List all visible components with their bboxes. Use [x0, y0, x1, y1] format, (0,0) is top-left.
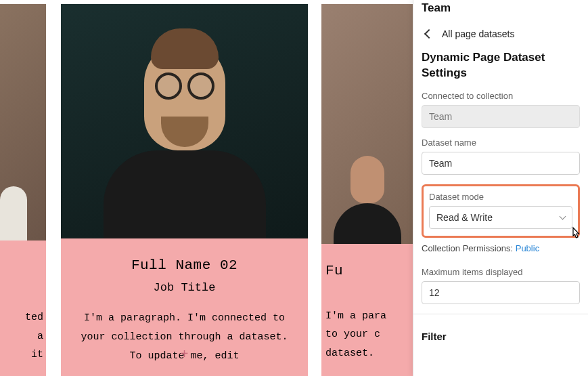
settings-panel: Team All page datasets Dynamic Page Data… [413, 0, 588, 376]
team-card-partial-left: ted a it [0, 4, 46, 376]
paragraph-fragment: I'm a para to your c dataset. [321, 307, 399, 363]
collection-permissions[interactable]: Collection Permissions: Public [422, 243, 580, 253]
permissions-value: Public [516, 243, 539, 253]
team-card-partial-right: Fu I'm a para to your c dataset. [321, 4, 413, 376]
add-handle-icon[interactable]: + [180, 347, 188, 362]
permissions-label: Collection Permissions: [422, 243, 516, 253]
field-label: Dataset name [422, 138, 580, 148]
dataset-name-input[interactable] [422, 152, 580, 175]
connected-collection-field: Connected to collection Team [422, 91, 580, 128]
connected-collection-value: Team [422, 105, 580, 128]
dataset-mode-value: Read & Write [436, 212, 493, 223]
team-card-info: Full Name 02 Job Title I'm a paragraph. … [61, 238, 308, 376]
field-label: Connected to collection [422, 91, 580, 101]
back-label: All page datasets [442, 28, 514, 39]
team-member-photo [321, 4, 413, 244]
team-card-info: ted a it [0, 241, 46, 376]
dataset-mode-select[interactable]: Read & Write [429, 206, 572, 229]
full-name-fragment: Fu [321, 263, 399, 278]
job-title: Job Title [74, 281, 294, 294]
editor-canvas: ted a it Full Name 02 Job Title I'm a pa… [0, 0, 413, 376]
paragraph-fragment: ted a it [0, 308, 46, 364]
full-name: Full Name 02 [74, 257, 294, 273]
team-member-photo [0, 4, 46, 241]
panel-title: Team [422, 0, 580, 24]
filter-section-title: Filter [422, 322, 580, 342]
field-label: Dataset mode [429, 192, 572, 202]
max-items-field: Maximum items displayed [422, 267, 580, 304]
max-items-input[interactable] [422, 281, 580, 304]
chevron-left-icon [424, 29, 434, 39]
team-member-photo [61, 4, 308, 238]
chevron-down-icon [560, 213, 566, 220]
pointer-cursor-icon [570, 226, 582, 241]
dataset-name-field: Dataset name [422, 138, 580, 175]
team-card-center[interactable]: Full Name 02 Job Title I'm a paragraph. … [61, 4, 308, 376]
back-button[interactable]: All page datasets [422, 24, 580, 50]
team-card-info: Fu I'm a para to your c dataset. [321, 244, 413, 376]
divider [413, 314, 588, 314]
field-label: Maximum items displayed [422, 267, 580, 277]
section-title: Dynamic Page Dataset Settings [422, 50, 580, 91]
dataset-mode-highlight: Dataset mode Read & Write [422, 184, 580, 238]
